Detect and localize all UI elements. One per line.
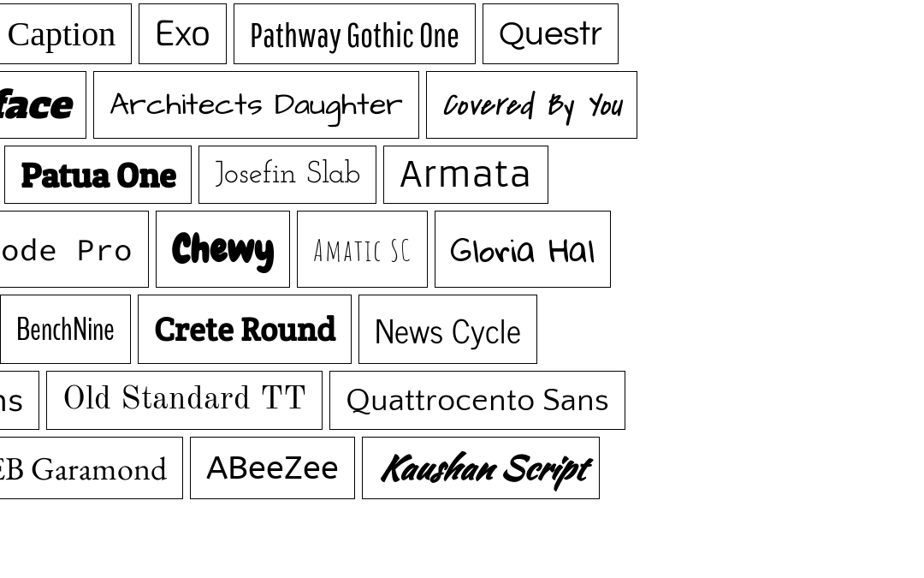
font-label-nudist: o Sans <box>0 378 23 422</box>
font-item-kaushan[interactable]: Kaushan Script <box>362 437 600 499</box>
font-grid: ns CaptionExoPathway Gothic OneQuestrFat… <box>0 0 924 578</box>
font-label-abeezee: ABeeZee <box>206 449 339 487</box>
font-item-exo[interactable]: Exo <box>139 3 227 64</box>
font-item-sourcecode[interactable]: te Code Pro <box>0 211 149 288</box>
font-label-sourcecode: te Code Pro <box>0 230 133 269</box>
font-label-exo: Exo <box>155 11 210 57</box>
font-item-armata[interactable]: Armata <box>383 146 548 204</box>
font-label-chewy: Chewy <box>172 225 274 274</box>
font-item-abeezee[interactable]: ABeeZee <box>190 437 355 499</box>
font-item-josefin[interactable]: Josefin Slab <box>198 146 376 204</box>
font-item-ebgaramond[interactable]: EB Garamond <box>0 437 183 499</box>
font-label-crete: Crete Round <box>154 308 335 350</box>
font-item-quattrocento[interactable]: Quattrocento Sans <box>329 371 625 430</box>
font-item-crete[interactable]: Crete Round <box>138 295 352 364</box>
font-item-covered[interactable]: Covered By You <box>426 71 637 139</box>
font-item-oldstandard[interactable]: Old Standard TT <box>46 371 323 430</box>
font-label-bench: BenchNine <box>16 308 115 351</box>
font-label-questrial: Questr <box>499 16 602 51</box>
font-item-bench[interactable]: BenchNine <box>0 295 131 364</box>
font-label-josefin: Josefin Slab <box>215 159 360 190</box>
font-item-questrial[interactable]: Questr <box>483 3 619 64</box>
font-label-gloria: Gloria Hal <box>451 218 595 280</box>
font-item-captions[interactable]: ns Caption <box>0 3 132 64</box>
font-label-newscycle: News Cycle <box>375 302 521 356</box>
font-item-alfaslab[interactable]: Fatface <box>0 71 86 139</box>
font-item-gloria[interactable]: Gloria Hal <box>435 211 611 288</box>
font-label-pathway: Pathway Gothic One <box>250 15 459 54</box>
font-label-kaushan: Kaushan Script <box>378 444 583 492</box>
font-item-chewy[interactable]: Chewy <box>156 211 290 288</box>
font-label-amatic: Amatic SC <box>313 231 412 268</box>
font-label-patua: Patua One <box>21 154 175 196</box>
font-label-ebgaramond: EB Garamond <box>0 447 167 489</box>
font-label-alfaslab: Fatface <box>0 79 70 131</box>
font-item-nudist[interactable]: o Sans <box>0 371 39 430</box>
font-item-patua[interactable]: Patua One <box>4 146 192 204</box>
font-label-architects: Architects Daughter <box>110 83 403 127</box>
font-label-armata: Armata <box>400 153 532 196</box>
font-item-pathway[interactable]: Pathway Gothic One <box>234 3 476 64</box>
font-item-architects[interactable]: Architects Daughter <box>93 71 419 139</box>
font-label-covered: Covered By You <box>442 83 621 128</box>
font-label-quattrocento: Quattrocento Sans <box>346 383 609 419</box>
font-label-oldstandard: Old Standard TT <box>62 380 306 420</box>
font-label-captions: ns Caption <box>0 14 116 54</box>
font-item-newscycle[interactable]: News Cycle <box>358 295 537 364</box>
font-item-amatic[interactable]: Amatic SC <box>297 211 428 288</box>
